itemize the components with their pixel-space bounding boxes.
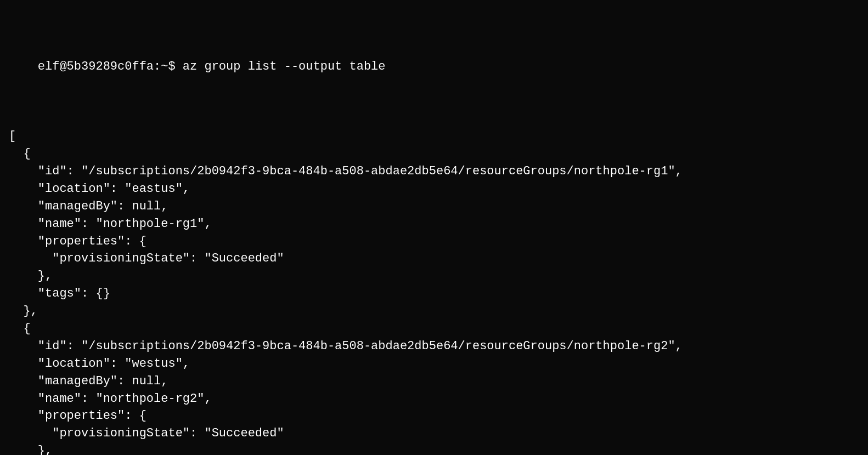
command-text: az group list --output table: [176, 60, 386, 73]
output-line: },: [9, 303, 859, 320]
output-line: "location": "eastus",: [9, 180, 859, 198]
output-line: "managedBy": null,: [9, 373, 859, 390]
output-line: {: [9, 320, 859, 338]
output-line: {: [9, 145, 859, 163]
output-line: "location": "westus",: [9, 355, 859, 373]
output-line: "provisioningState": "Succeeded": [9, 250, 859, 268]
output-line: "properties": {: [9, 233, 859, 251]
output-line: "id": "/subscriptions/2b0942f3-9bca-484b…: [9, 338, 859, 355]
output-line: },: [9, 442, 859, 455]
output-line: [: [9, 128, 859, 145]
command-line: elf@5b39289c0ffa:~$ az group list --outp…: [9, 41, 859, 93]
prompt: elf@5b39289c0ffa:~$: [38, 60, 176, 73]
output-line: "tags": {}: [9, 285, 859, 303]
output-line: },: [9, 268, 859, 285]
terminal-window[interactable]: elf@5b39289c0ffa:~$ az group list --outp…: [9, 5, 859, 450]
output-line: "managedBy": null,: [9, 198, 859, 215]
output-block: [ { "id": "/subscriptions/2b0942f3-9bca-…: [9, 128, 859, 455]
output-line: "name": "northpole-rg2",: [9, 390, 859, 408]
output-line: "id": "/subscriptions/2b0942f3-9bca-484b…: [9, 163, 859, 180]
output-line: "properties": {: [9, 407, 859, 425]
output-line: "name": "northpole-rg1",: [9, 215, 859, 233]
output-line: "provisioningState": "Succeeded": [9, 425, 859, 442]
